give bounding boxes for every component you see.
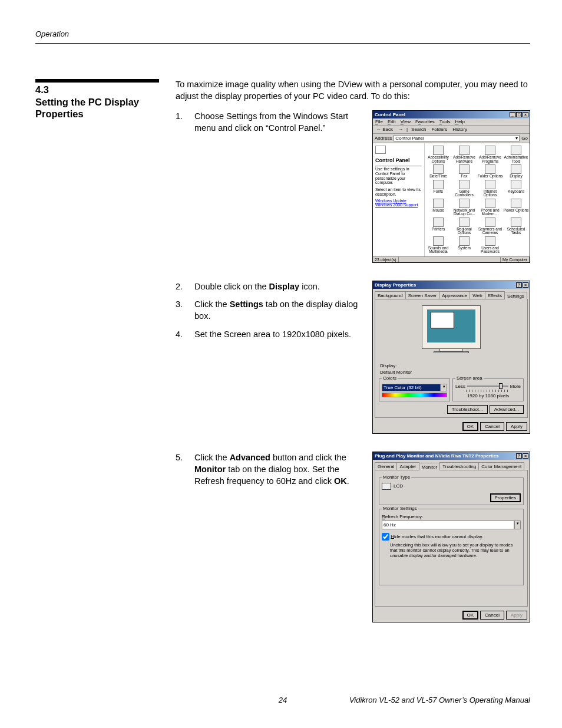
close-button[interactable]: ×	[523, 453, 528, 459]
troubleshoot-button[interactable]: Troubleshoot...	[447, 405, 488, 414]
hide-modes-checkbox[interactable]: Hide modes that this monitor cannot disp…	[382, 533, 521, 541]
applet-icon	[433, 146, 444, 155]
tab-web[interactable]: Web	[470, 291, 485, 299]
tab-monitor[interactable]: Monitor	[419, 463, 441, 470]
tab-effects[interactable]: Effects	[485, 291, 505, 299]
cp-icon-item[interactable]: Regional Options	[451, 218, 477, 235]
applet-label: Accessibility Options	[425, 156, 451, 163]
ok-button[interactable]: OK	[462, 422, 479, 431]
tab-troubleshooting[interactable]: Troubleshooting	[439, 462, 479, 470]
hide-modes-input[interactable]	[382, 533, 389, 541]
cp-icon-item[interactable]: Keyboard	[503, 180, 529, 197]
applet-icon	[485, 218, 495, 227]
applet-label: Add/Remove Hardware	[451, 156, 477, 163]
applet-label: Internet Options	[477, 190, 503, 197]
tab-strip: Background Screen Saver Appearance Web E…	[373, 289, 530, 299]
cp-icon-item[interactable]	[503, 236, 529, 254]
cp-icon-item[interactable]: Add/Remove Programs	[477, 146, 503, 163]
cp-icon-item[interactable]: Network and Dial-up Co...	[451, 199, 477, 216]
step-text: Set the Screen area to 1920x1080 pixels.	[194, 328, 361, 340]
cancel-button[interactable]: Cancel	[480, 611, 504, 620]
tab-appearance[interactable]: Appearance	[439, 291, 470, 299]
help-button[interactable]: ?	[516, 282, 522, 288]
go-button[interactable]: Go	[521, 136, 528, 141]
cp-icon-item[interactable]: Scheduled Tasks	[503, 218, 529, 235]
tab-background[interactable]: Background	[375, 291, 406, 299]
cp-icon-item[interactable]: Display	[503, 164, 529, 179]
tab-general[interactable]: General	[375, 462, 397, 470]
applet-icon	[459, 164, 470, 174]
close-button[interactable]: ×	[523, 282, 528, 288]
cp-icon-item[interactable]: Administrative Tools	[503, 146, 529, 163]
cp-icon-item[interactable]: Game Controllers	[451, 180, 477, 197]
applet-icon	[511, 164, 521, 174]
step-5: 5. Click the Advanced button and click t…	[176, 452, 361, 487]
page-number: 24	[279, 696, 287, 704]
link-windows-update[interactable]: Windows Update	[375, 199, 422, 203]
window-titlebar[interactable]: Control Panel _ □ ×	[373, 111, 530, 118]
cp-icon-item[interactable]: Scanners and Cameras	[477, 218, 503, 235]
cp-icon-item[interactable]: System	[451, 236, 477, 254]
resolution-slider[interactable]	[467, 386, 508, 387]
minimize-button[interactable]: _	[510, 112, 515, 117]
intro-text: To maximize image quality when using the…	[176, 79, 530, 102]
chevron-down-icon[interactable]: ▾	[441, 384, 447, 391]
search-button[interactable]: Search	[409, 126, 428, 133]
cp-icon-item[interactable]: Fax	[451, 164, 477, 179]
applet-icon	[433, 164, 444, 174]
cp-icon-grid: Accessibility OptionsAdd/Remove Hardware…	[425, 143, 530, 256]
tab-settings[interactable]: Settings	[504, 292, 527, 299]
close-button[interactable]: ×	[523, 112, 528, 117]
tab-color-management[interactable]: Color Management	[478, 462, 524, 470]
cp-icon-item[interactable]: Mouse	[425, 199, 451, 216]
menu-help[interactable]: Help	[455, 119, 465, 124]
menu-file[interactable]: File	[375, 119, 383, 124]
applet-label: Power Options	[503, 209, 529, 213]
applet-icon	[459, 236, 470, 246]
toolbar: ← Back → | Search Folders History	[373, 126, 530, 134]
back-button[interactable]: ← Back	[375, 126, 395, 133]
cp-icon-item[interactable]: Sounds and Multimedia	[425, 236, 451, 254]
tab-screensaver[interactable]: Screen Saver	[405, 291, 439, 299]
cp-icon-item[interactable]: Printers	[425, 218, 451, 235]
figure-display-properties: Display Properties ? × Background Screen…	[372, 281, 530, 434]
advanced-button[interactable]: Advanced...	[490, 405, 524, 414]
properties-button[interactable]: Properties	[490, 493, 521, 502]
cp-icon-item[interactable]: Folder Options	[477, 164, 503, 179]
window-titlebar[interactable]: Display Properties ? ×	[373, 281, 530, 289]
cp-icon-item[interactable]: Users and Passwords	[477, 236, 503, 254]
cp-icon-item[interactable]: Fonts	[425, 180, 451, 197]
menu-favorites[interactable]: Favorites	[415, 119, 435, 124]
cp-icon-item[interactable]: Add/Remove Hardware	[451, 146, 477, 163]
section-bar	[35, 79, 159, 83]
menu-view[interactable]: View	[401, 119, 411, 124]
step-1: 1. Choose Settings from the Windows Star…	[176, 110, 361, 134]
cp-icon-item[interactable]: Phone and Modem ...	[477, 199, 503, 216]
apply-button[interactable]: Apply	[506, 422, 527, 431]
fwd-button[interactable]: →	[396, 126, 405, 133]
refresh-combo[interactable]: 60 Hz ▾	[382, 521, 521, 529]
history-button[interactable]: History	[451, 126, 469, 133]
ok-button[interactable]: OK	[462, 611, 479, 620]
cancel-button[interactable]: Cancel	[480, 422, 504, 431]
tab-adapter[interactable]: Adapter	[396, 462, 419, 470]
link-win2k-support[interactable]: Windows 2000 Support	[375, 203, 422, 207]
chevron-down-icon[interactable]: ▾	[514, 521, 521, 529]
folders-button[interactable]: Folders	[429, 126, 449, 133]
address-combo[interactable]: Control Panel▾	[394, 135, 520, 141]
section-number: 4.3	[35, 84, 49, 95]
tab-strip: General Adapter Monitor Troubleshooting …	[373, 460, 530, 470]
colors-combo[interactable]: True Color (32 bit) ▾	[382, 384, 447, 391]
menu-edit[interactable]: Edit	[388, 119, 396, 124]
cp-icon-item[interactable]: Date/Time	[425, 164, 451, 179]
cp-icon-item[interactable]: Accessibility Options	[425, 146, 451, 163]
applet-icon	[459, 199, 470, 208]
cp-icon-item[interactable]: Internet Options	[477, 180, 503, 197]
apply-button[interactable]: Apply	[506, 611, 527, 620]
menu-tools[interactable]: Tools	[439, 119, 451, 124]
help-button[interactable]: ?	[516, 453, 522, 459]
maximize-button[interactable]: □	[516, 112, 522, 117]
cp-icon-item[interactable]: Power Options	[503, 199, 529, 216]
address-value: Control Panel	[395, 136, 424, 141]
window-titlebar[interactable]: Plug and Play Monitor and NVidia Riva TN…	[373, 452, 530, 460]
